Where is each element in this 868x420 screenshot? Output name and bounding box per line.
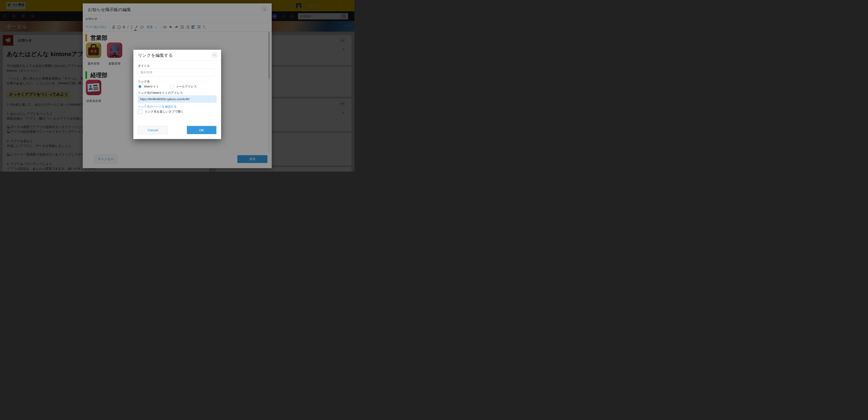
new-tab-checkbox[interactable] <box>138 110 143 114</box>
verify-link[interactable]: リンク先のページを確認する <box>138 104 177 109</box>
dialog-header: リンクを編集する × <box>133 50 221 61</box>
new-tab-label[interactable]: リンク先を新しいタブで開く <box>145 110 184 114</box>
link-type-options: Webサイト メールアドレス <box>138 84 197 89</box>
link-type-label: リンク先 <box>138 80 150 84</box>
link-title-input[interactable] <box>138 68 215 77</box>
dialog-title: リンクを編集する <box>138 53 173 58</box>
radio-email-label[interactable]: メールアドレス <box>176 85 197 89</box>
title-field-label: タイトル <box>138 64 150 68</box>
dialog-cancel-button[interactable]: Cancel <box>138 126 168 134</box>
dialog-ok-button[interactable]: OK <box>187 126 217 134</box>
new-tab-option: リンク先を新しいタブで開く <box>138 110 184 114</box>
address-field-label: リンク先のWebサイトのアドレス <box>138 91 183 95</box>
screen: WE農協 we agricultural cooperative ソトバコ ∨ <box>0 0 354 172</box>
close-icon[interactable]: × <box>211 52 218 59</box>
radio-website[interactable] <box>138 85 142 89</box>
link-edit-dialog: リンクを編集する × タイトル リンク先 Webサイト メールアドレス リンク先… <box>133 50 221 139</box>
radio-website-label[interactable]: Webサイト <box>144 85 159 89</box>
link-address-input[interactable] <box>138 95 217 102</box>
radio-email[interactable] <box>170 85 174 89</box>
